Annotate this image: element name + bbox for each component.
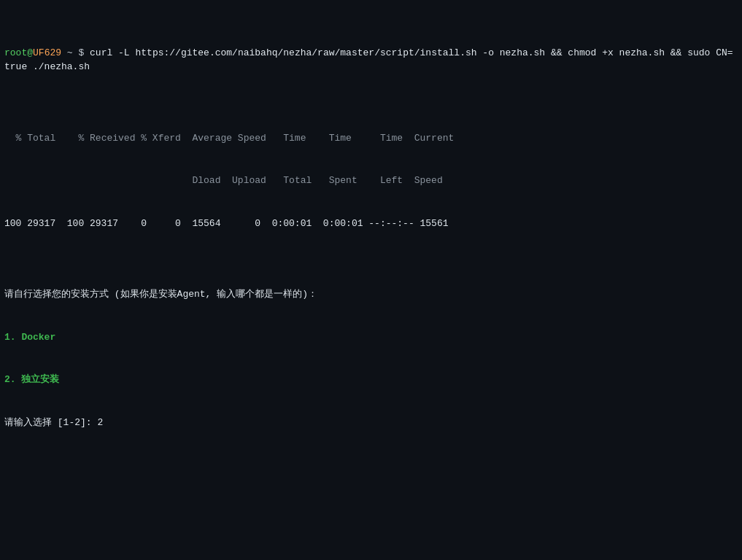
menu-title-line: 哪吒监控管理脚本 v0.16.2 xyxy=(4,558,738,561)
terminal: root@UF629 ~ $ curl -L https://gitee.com… xyxy=(0,0,742,560)
command-text: curl -L https://gitee.com/naibahq/nezha/… xyxy=(4,47,733,73)
curl-data: 100 29317 100 29317 0 0 15564 0 0:00:01 … xyxy=(4,217,738,231)
curl-header-1: % Total % Received % Xferd Average Speed… xyxy=(4,131,738,146)
prompt-dollar: ~ $ xyxy=(61,47,84,58)
install-option-1: 1. Docker xyxy=(4,330,738,345)
install-option-2: 2. 独立安装 xyxy=(4,373,738,387)
prompt-host: UF629 xyxy=(33,47,61,58)
curl-header-2: Dload Upload Total Spent Left Speed xyxy=(4,174,738,188)
install-prompt: 请自行选择您的安装方式 (如果你是安装Agent, 输入哪个都是一样的)： xyxy=(4,287,738,302)
prompt-user: root xyxy=(4,47,27,58)
command-line: root@UF629 ~ $ curl -L https://gitee.com… xyxy=(4,46,738,74)
install-select: 请输入选择 [1-2]: 2 xyxy=(4,416,738,430)
prompt-at: @ xyxy=(27,47,33,58)
